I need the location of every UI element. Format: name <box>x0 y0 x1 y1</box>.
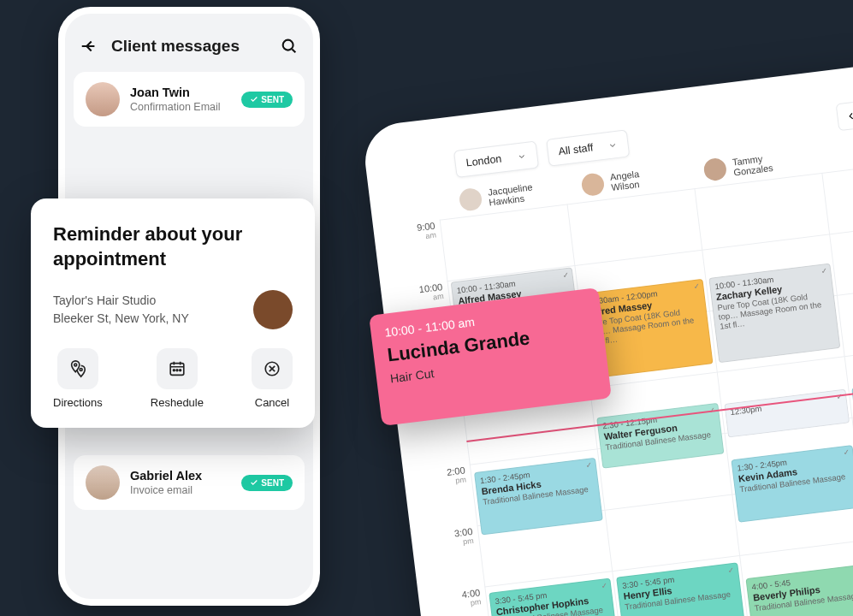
status-badge: SENT <box>241 475 293 491</box>
avatar <box>702 157 727 182</box>
search-icon[interactable] <box>279 36 299 56</box>
avatar <box>459 187 483 212</box>
message-subject: Confirmation Email <box>130 101 221 113</box>
chevron-down-icon <box>607 139 618 150</box>
svg-point-1 <box>74 364 77 366</box>
chevron-down-icon <box>516 151 526 161</box>
staff-last: Wilson <box>611 179 641 192</box>
status-badge: SENT <box>241 92 293 108</box>
badge-text: SENT <box>261 95 284 104</box>
action-label: Reshedule <box>151 396 204 409</box>
message-sender: Joan Twin <box>130 86 221 99</box>
page-title: Client messages <box>111 37 240 56</box>
location-dropdown[interactable]: London <box>453 140 539 178</box>
avatar <box>86 465 120 500</box>
calendar-event[interactable]: ✓1:30 - 2:45pmBrenda HicksTraditional Ba… <box>474 458 603 536</box>
dropdown-value: London <box>465 153 502 169</box>
calendar-event[interactable]: ✓10:00 - 11:30amZachary KelleyPure Top C… <box>708 264 840 364</box>
message-item[interactable]: Gabriel Alex Invoice email SENT <box>74 455 305 510</box>
reminder-card: Reminder about your appointment Taylor's… <box>31 198 315 428</box>
dropdown-value: All staff <box>558 141 594 157</box>
message-subject: Invoice email <box>130 484 202 496</box>
calendar-event[interactable]: ✓3:30 - 5:45 pmHenry EllisTraditional Ba… <box>616 562 748 616</box>
phone-header: Client messages <box>65 14 313 72</box>
cancel-button[interactable] <box>252 348 293 389</box>
badge-text: SENT <box>261 478 284 488</box>
svg-point-4 <box>173 370 175 371</box>
svg-point-0 <box>283 40 293 50</box>
calendar-event[interactable]: ✓3:30 - 5:45 pmChristopher HopkinsTradit… <box>489 578 621 616</box>
chevron-left-icon <box>846 110 853 121</box>
svg-point-5 <box>176 370 178 371</box>
reminder-title: Reminder about your appointment <box>53 222 293 271</box>
reschedule-button[interactable] <box>157 348 198 389</box>
calendar-event[interactable]: ✓1:30 - 2:45pmKevin AdamsTraditional Bal… <box>731 445 853 523</box>
reminder-address: Bleeker St, New York, NY <box>53 310 189 328</box>
action-label: Directions <box>53 396 103 409</box>
business-avatar <box>253 290 293 329</box>
back-icon[interactable] <box>79 36 99 56</box>
calendar-event[interactable]: ✓4:00 - 5:45Beverly PhilipsTraditional B… <box>745 564 853 616</box>
directions-button[interactable] <box>57 348 98 389</box>
avatar <box>86 82 120 116</box>
action-label: Cancel <box>255 396 289 409</box>
reminder-business: Taylor's Hair Studio <box>53 292 189 310</box>
staff-filter-dropdown[interactable]: All staff <box>546 129 631 166</box>
message-item[interactable]: Joan Twin Confirmation Email SENT <box>74 72 305 127</box>
date-nav[interactable]: To <box>835 98 853 131</box>
svg-point-6 <box>180 370 181 371</box>
message-sender: Gabriel Alex <box>130 469 202 483</box>
svg-point-2 <box>80 369 82 371</box>
avatar <box>580 172 605 197</box>
